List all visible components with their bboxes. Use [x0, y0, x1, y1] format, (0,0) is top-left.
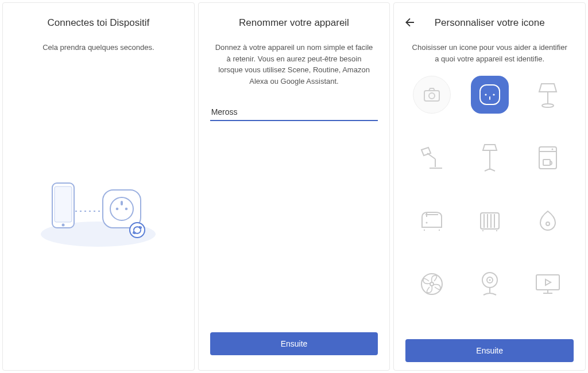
icon-grid: [403, 76, 576, 303]
header: Renommer votre appareil: [208, 14, 381, 32]
button-bar: Ensuite: [199, 332, 390, 355]
page-title: Renommer votre appareil: [239, 17, 349, 29]
svg-rect-8: [121, 201, 123, 205]
screen-connect: Connectes toi Dispositif Cela prendra qu…: [2, 2, 195, 371]
svg-rect-13: [480, 85, 500, 104]
floor-lamp-icon[interactable]: [471, 139, 509, 177]
svg-rect-44: [536, 275, 559, 290]
connect-illustration: [12, 180, 185, 260]
svg-point-12: [429, 93, 435, 99]
svg-point-42: [489, 279, 490, 281]
smart-plug-icon[interactable]: [471, 76, 509, 114]
svg-point-6: [116, 207, 119, 210]
svg-point-10: [130, 223, 145, 238]
webcam-icon[interactable]: [471, 265, 509, 303]
screen-customize-icon: Personnaliser votre icone Choisisser un …: [393, 2, 586, 371]
device-name-input[interactable]: [210, 104, 378, 121]
table-lamp-icon[interactable]: [529, 76, 567, 114]
coffee-maker-icon[interactable]: [529, 139, 567, 177]
radiator-icon[interactable]: [471, 202, 509, 240]
svg-point-7: [125, 207, 128, 210]
svg-point-27: [425, 222, 427, 224]
header: Connectes toi Dispositif: [12, 14, 185, 32]
svg-point-3: [62, 223, 65, 226]
svg-point-37: [546, 222, 550, 226]
tv-icon[interactable]: [529, 265, 567, 303]
subtitle: Cela prendra quelques secondes.: [12, 42, 185, 53]
subtitle: Donnez à votre appareil un nom simple et…: [208, 42, 381, 87]
svg-rect-2: [55, 187, 72, 222]
screen-rename: Renommer votre appareil Donnez à votre a…: [198, 2, 390, 371]
toaster-icon[interactable]: [413, 202, 451, 240]
header: Personnaliser votre icone: [403, 14, 576, 32]
next-button[interactable]: Ensuite: [210, 332, 378, 355]
fan-icon[interactable]: [413, 265, 451, 303]
svg-point-39: [430, 282, 434, 286]
svg-point-14: [485, 94, 486, 95]
subtitle: Choisisser un icone pour vous aider a id…: [403, 42, 576, 64]
name-input-wrap: [208, 104, 381, 121]
svg-rect-4: [103, 190, 141, 228]
svg-marker-45: [546, 279, 551, 285]
svg-point-23: [551, 149, 553, 150]
svg-rect-11: [424, 91, 439, 101]
humidifier-icon[interactable]: [529, 202, 567, 240]
back-button[interactable]: [403, 15, 417, 29]
page-title: Connectes toi Dispositif: [48, 17, 150, 29]
svg-point-15: [493, 94, 494, 95]
svg-rect-30: [481, 213, 499, 229]
next-button[interactable]: Ensuite: [405, 339, 574, 362]
svg-rect-24: [543, 160, 550, 165]
camera-icon[interactable]: [413, 76, 451, 114]
svg-point-18: [542, 104, 554, 107]
button-bar: Ensuite: [394, 339, 585, 362]
desk-lamp-icon[interactable]: [413, 139, 451, 177]
page-title: Personnaliser votre icone: [435, 17, 545, 29]
